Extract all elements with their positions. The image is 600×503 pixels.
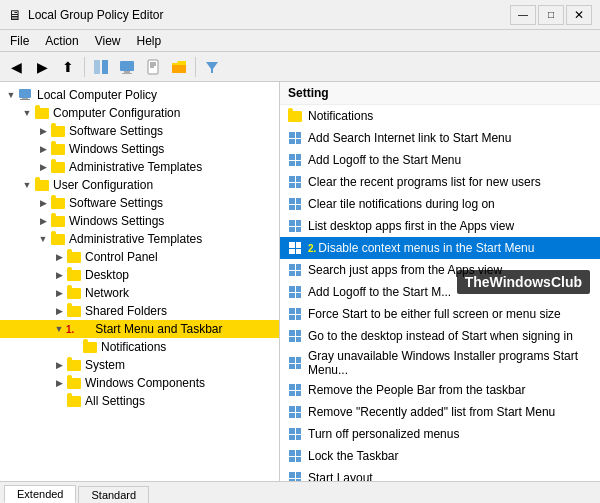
up-button[interactable]: ⬆ [56,55,80,79]
setting-grid-icon [286,151,304,169]
setting-grid-icon [286,425,304,443]
setting-column-label: Setting [288,86,329,100]
setting-row-gray-unavailable[interactable]: Gray unavailable Windows Installer progr… [280,347,600,379]
tree-panel: ▼ Local Computer Policy ▼ Computer Confi… [0,82,280,481]
tree-node-desktop[interactable]: ▶ Desktop [0,266,279,284]
setting-row-disable-context-menus[interactable]: 2. Disable context menus in the Start Me… [280,237,600,259]
tree-node-user-config[interactable]: ▼ User Configuration [0,176,279,194]
computer-view-button[interactable] [115,55,139,79]
expand-icon: ▶ [52,250,66,264]
expand-icon: ▶ [36,124,50,138]
setting-label: Gray unavailable Windows Installer progr… [308,349,594,377]
setting-label: Disable context menus in the Start Menu [318,241,534,255]
folder-view-button[interactable] [167,55,191,79]
expand-icon: ▼ [52,322,66,336]
menu-action[interactable]: Action [39,32,84,49]
expand-icon-local: ▼ [4,88,18,102]
setting-row-turn-off-personalized[interactable]: Turn off personalized menus [280,423,600,445]
tree-node-network[interactable]: ▶ Network [0,284,279,302]
toolbar: ◀ ▶ ⬆ [0,52,600,82]
folder-icon [50,123,66,139]
svg-rect-1 [102,60,108,74]
folder-icon [50,195,66,211]
page-view-button[interactable] [141,55,165,79]
tree-node-windows-components[interactable]: ▶ Windows Components [0,374,279,392]
setting-row-notifications-folder[interactable]: Notifications [280,105,600,127]
setting-grid-icon [286,173,304,191]
setting-row-remove-recently-added[interactable]: Remove "Recently added" list from Start … [280,401,600,423]
setting-row-force-start-size[interactable]: Force Start to be either full screen or … [280,303,600,325]
folder-icon [66,267,82,283]
expand-icon: ▶ [36,142,50,156]
setting-row-lock-taskbar[interactable]: Lock the Taskbar [280,445,600,467]
title-bar: 🖥 Local Group Policy Editor — □ ✕ [0,0,600,30]
maximize-button[interactable]: □ [538,5,564,25]
folder-icon [66,375,82,391]
setting-grid-icon [286,354,304,372]
forward-button[interactable]: ▶ [30,55,54,79]
tree-node-all-settings[interactable]: ▶ All Settings [0,392,279,410]
folder-icon [66,249,82,265]
setting-row-list-desktop-apps[interactable]: List desktop apps first in the Apps view [280,215,600,237]
setting-row-add-search-internet[interactable]: Add Search Internet link to Start Menu [280,127,600,149]
setting-row-clear-tile-notifications[interactable]: Clear tile notifications during log on [280,193,600,215]
expand-icon-cc: ▼ [20,106,34,120]
setting-label: Lock the Taskbar [308,449,399,463]
folder-icon [82,339,98,355]
tree-node-start-menu-taskbar[interactable]: ▼ 1. Start Menu and Taskbar [0,320,279,338]
setting-grid-icon [286,283,304,301]
toolbar-separator-2 [195,57,196,77]
tree-node-admin-templates-comp[interactable]: ▶ Administrative Templates [0,158,279,176]
folder-icon [66,303,82,319]
back-button[interactable]: ◀ [4,55,28,79]
tree-node-control-panel[interactable]: ▶ Control Panel [0,248,279,266]
tree-label: Desktop [85,268,129,282]
setting-grid-icon [286,447,304,465]
setting-row-add-logoff[interactable]: Add Logoff to the Start Menu [280,149,600,171]
tree-label: Shared Folders [85,304,167,318]
tree-node-computer-config[interactable]: ▼ Computer Configuration [0,104,279,122]
close-button[interactable]: ✕ [566,5,592,25]
tree-label: Software Settings [69,196,163,210]
main-content: ▼ Local Computer Policy ▼ Computer Confi… [0,82,600,481]
setting-row-remove-people-bar[interactable]: Remove the People Bar from the taskbar [280,379,600,401]
setting-label: Start Layout [308,471,373,481]
tree-node-system[interactable]: ▶ System [0,356,279,374]
tree-label: Network [85,286,129,300]
tab-extended[interactable]: Extended [4,485,76,503]
setting-row-start-layout[interactable]: Start Layout [280,467,600,481]
setting-label: Notifications [308,109,373,123]
tree-node-windows-settings-comp[interactable]: ▶ Windows Settings [0,140,279,158]
setting-grid-icon [286,239,304,257]
setting-row-go-to-desktop[interactable]: Go to the desktop instead of Start when … [280,325,600,347]
menu-file[interactable]: File [4,32,35,49]
tree-label: All Settings [85,394,145,408]
svg-rect-4 [122,73,132,74]
toolbar-separator-1 [84,57,85,77]
filter-button[interactable] [200,55,224,79]
bottom-tabs: Extended Standard [0,481,600,503]
tree-label: System [85,358,125,372]
tree-node-windows-settings-user[interactable]: ▶ Windows Settings [0,212,279,230]
svg-rect-12 [20,99,30,100]
tab-standard[interactable]: Standard [78,486,149,503]
tree-node-software-settings-comp[interactable]: ▶ Software Settings [0,122,279,140]
menu-view[interactable]: View [89,32,127,49]
tree-node-admin-templates-user[interactable]: ▼ Administrative Templates [0,230,279,248]
expand-icon: ▶ [52,268,66,282]
minimize-button[interactable]: — [510,5,536,25]
setting-grid-icon [286,381,304,399]
tree-node-software-settings-user[interactable]: ▶ Software Settings [0,194,279,212]
folder-icon [66,393,82,409]
tree-node-notifications[interactable]: ▶ Notifications [0,338,279,356]
svg-rect-11 [22,98,28,99]
setting-row-clear-recent-docs[interactable]: Clear the recent programs list for new u… [280,171,600,193]
show-hide-button[interactable] [89,55,113,79]
badge-1: 1. [66,324,74,335]
menu-help[interactable]: Help [131,32,168,49]
setting-grid-icon [286,217,304,235]
tree-node-local-computer-policy[interactable]: ▼ Local Computer Policy [0,86,279,104]
setting-row-add-logoff2[interactable]: Add Logoff to the Start M... [280,281,600,303]
tree-node-shared-folders[interactable]: ▶ Shared Folders [0,302,279,320]
setting-row-search-just-apps[interactable]: Search just apps from the Apps view [280,259,600,281]
